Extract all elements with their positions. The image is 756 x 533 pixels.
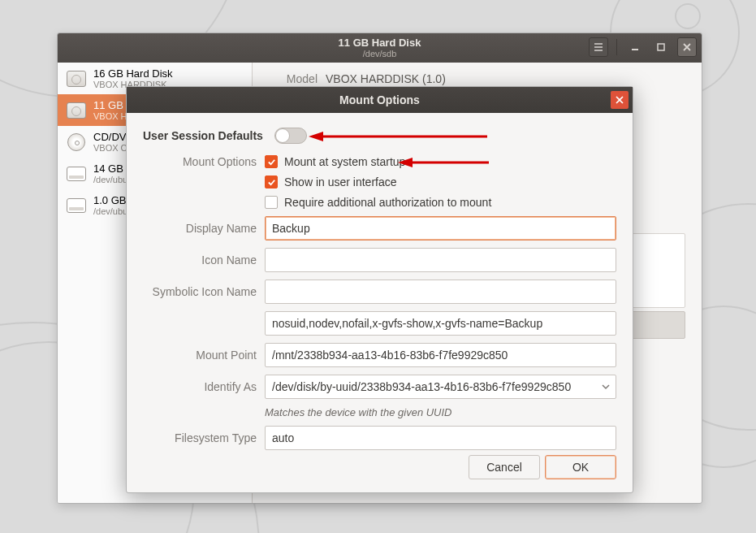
hdd-icon [67,71,86,87]
mount-point-input[interactable] [265,343,616,367]
display-name-label: Display Name [143,222,257,235]
sidebar-item-title: 16 GB Hard Disk [93,67,173,80]
model-value: VBOX HARDDISK (1.0) [326,72,446,85]
hdd-icon [67,102,86,119]
identify-as-hint: Matches the device with the given UUID [265,406,616,418]
mount-options-label: Mount Options [143,155,257,168]
icon-name-input[interactable] [265,248,616,272]
window-close-button[interactable] [677,37,697,57]
window-header: 11 GB Hard Disk /dev/sdb [58,33,702,63]
dialog-title: Mount Options [339,93,420,106]
show-in-ui-label: Show in user interface [284,176,397,188]
mount-at-startup-checkbox[interactable] [265,155,278,168]
filesystem-type-label: Filesystem Type [143,431,257,444]
user-session-defaults-toggle[interactable] [274,128,307,144]
ok-button[interactable]: OK [545,455,616,479]
symbolic-icon-name-label: Symbolic Icon Name [143,285,257,298]
minimize-button[interactable] [625,37,645,57]
identify-as-label: Identify As [143,380,257,393]
symbolic-icon-name-input[interactable] [265,280,616,304]
cd-icon [67,133,85,151]
hamburger-menu-button[interactable] [589,37,608,57]
icon-name-label: Icon Name [143,254,257,266]
cancel-button[interactable]: Cancel [469,455,540,479]
mount-options-string-input[interactable] [265,311,616,336]
mount-options-dialog: Mount Options User Session Defaults Moun… [126,86,633,493]
display-name-input[interactable] [265,216,616,240]
filesystem-type-input[interactable] [265,426,616,450]
require-auth-label: Require additional authorization to moun… [284,196,491,209]
block-device-icon [67,167,86,181]
model-label: Model [269,72,318,85]
svg-rect-0 [658,44,664,50]
maximize-button[interactable] [651,37,671,57]
block-device-icon [67,198,86,213]
require-auth-checkbox[interactable] [265,196,278,209]
mount-at-startup-label: Mount at system startup [284,155,405,168]
user-session-defaults-label: User Session Defaults [143,129,263,142]
identify-as-select[interactable] [265,375,616,399]
dialog-header: Mount Options [127,87,633,113]
dialog-close-button[interactable] [611,91,629,109]
show-in-ui-checkbox[interactable] [265,176,278,188]
mount-point-label: Mount Point [143,349,257,362]
